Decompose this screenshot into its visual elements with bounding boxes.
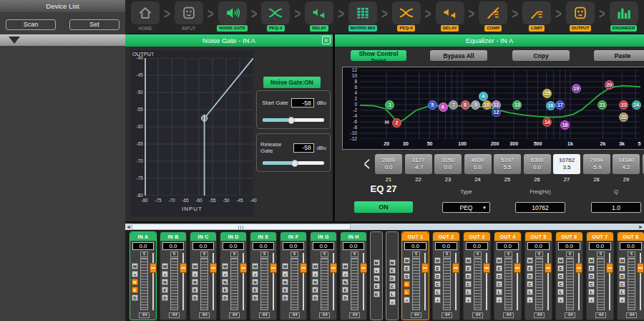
channel-tab[interactable]: IN F xyxy=(280,232,306,241)
channel-value[interactable]: 0.0 xyxy=(404,242,426,250)
noisegate-button[interactable]: N xyxy=(252,279,258,285)
delay-button[interactable]: D xyxy=(312,294,318,301)
start-gate-slider[interactable] xyxy=(263,118,324,122)
noisegate-button[interactable]: N xyxy=(132,279,138,285)
eq-button[interactable]: E xyxy=(342,287,348,293)
show-control-point-button[interactable]: Show Control Point xyxy=(351,50,406,61)
noisegate-button[interactable]: N xyxy=(222,279,228,285)
eq-button[interactable]: E xyxy=(404,265,410,272)
fader-track[interactable] xyxy=(273,253,274,310)
toolbar-item-peq-x[interactable]: PEQ-X xyxy=(259,1,292,32)
noisegate-button[interactable]: N xyxy=(192,279,198,285)
toolbar-item-delay[interactable]: DELAY xyxy=(434,1,467,32)
paste-button[interactable]: Paste xyxy=(594,50,644,61)
eq-band-28[interactable]: 7994-5.9 xyxy=(583,154,610,174)
channel-value[interactable]: 0.0 xyxy=(527,242,550,250)
toolbar-item-matrix-mix[interactable]: MATRIX MIX xyxy=(346,1,379,32)
link-button[interactable]: + xyxy=(374,267,380,274)
channel-tab[interactable]: OUT 3 xyxy=(464,232,490,241)
start-gate-slider-thumb[interactable] xyxy=(288,117,295,124)
eq-button[interactable]: E xyxy=(222,287,228,293)
comp-button[interactable]: C xyxy=(389,283,396,289)
channel-tab[interactable]: IN C xyxy=(190,232,216,241)
channel-value[interactable]: 0.0 xyxy=(343,242,364,250)
freq-field[interactable]: 10762 xyxy=(515,202,565,213)
delay-button[interactable]: D xyxy=(222,294,228,301)
fader-track[interactable] xyxy=(303,253,304,310)
fader-handle[interactable] xyxy=(300,263,307,273)
eq-button[interactable]: E xyxy=(192,287,198,293)
eq-button[interactable]: E xyxy=(252,287,258,293)
fader-track[interactable] xyxy=(640,253,641,310)
mute-button[interactable]: M xyxy=(342,263,348,269)
release-gate-slider-thumb[interactable] xyxy=(291,160,298,167)
eq-button[interactable]: E xyxy=(527,265,533,272)
channel-value[interactable]: 0.0 xyxy=(466,242,488,250)
eq-button[interactable]: E xyxy=(619,265,625,272)
noisegate-button[interactable]: N xyxy=(374,275,380,282)
channel-value[interactable]: 0.0 xyxy=(620,242,642,250)
fader-handle[interactable] xyxy=(575,263,582,273)
mute-button[interactable]: M xyxy=(374,259,380,266)
channel-value[interactable]: 0.0 xyxy=(313,242,334,250)
eq-point-8[interactable]: 8 xyxy=(461,100,470,110)
eq-point-2[interactable]: 2 xyxy=(392,118,401,128)
delay-button[interactable]: D xyxy=(434,273,441,279)
scrollbar-thumb[interactable] xyxy=(132,224,351,230)
fader-handle[interactable] xyxy=(360,263,367,273)
mute-button[interactable]: M xyxy=(434,257,441,264)
eq-band-23[interactable]: 31500.0 xyxy=(434,154,462,174)
toolbar-item-delay[interactable]: DELAY xyxy=(303,1,336,32)
link-button[interactable]: + xyxy=(619,297,625,303)
channel-value[interactable]: 0.0 xyxy=(162,242,184,250)
release-gate-value[interactable]: -58 xyxy=(293,143,313,153)
limit-button[interactable]: L xyxy=(389,291,396,297)
link-button[interactable]: + xyxy=(465,297,472,303)
fader-track[interactable] xyxy=(609,253,610,310)
noise-gate-on-button[interactable]: Noise Gate:ON xyxy=(263,77,321,88)
comp-button[interactable]: C xyxy=(434,281,441,287)
toolbar-item-peq-x[interactable]: PEQ-X xyxy=(390,1,423,32)
channel-tab[interactable]: IN D xyxy=(220,232,246,241)
delay-button[interactable]: D xyxy=(496,273,502,279)
channel-value[interactable]: 0.0 xyxy=(497,242,519,250)
limit-button[interactable]: L xyxy=(619,289,625,295)
link-button[interactable]: + xyxy=(434,297,441,303)
toolbar-item-output[interactable]: OUTPUT xyxy=(564,1,597,32)
limit-button[interactable]: L xyxy=(527,289,533,295)
mute-button[interactable]: M xyxy=(557,257,564,264)
mute-button[interactable]: M xyxy=(192,263,198,269)
eq-button[interactable]: E xyxy=(557,265,564,272)
release-gate-slider[interactable] xyxy=(263,161,324,165)
channel-tab[interactable]: IN H xyxy=(341,232,366,241)
delay-button[interactable]: D xyxy=(162,294,168,301)
eq-on-button[interactable]: ON xyxy=(354,201,413,213)
limit-button[interactable]: L xyxy=(434,289,441,295)
channel-tab[interactable]: OUT 8 xyxy=(618,232,644,241)
scroll-left-icon[interactable]: ◄ xyxy=(126,224,131,230)
mute-button[interactable]: M xyxy=(162,263,168,269)
fader-handle[interactable] xyxy=(180,263,187,273)
fader-track[interactable] xyxy=(455,253,457,310)
fader-handle[interactable] xyxy=(514,263,521,273)
eq-band-24[interactable]: 40000.0 xyxy=(464,154,492,174)
link-button[interactable]: + xyxy=(222,271,228,277)
fader-track[interactable] xyxy=(333,253,334,310)
fader-handle[interactable] xyxy=(270,263,277,273)
close-icon[interactable]: ✕ xyxy=(322,36,331,44)
bands-scroll-left-icon[interactable]: < xyxy=(364,153,374,175)
channel-value[interactable]: 0.0 xyxy=(192,242,214,250)
eq-band-21[interactable]: 20000.0 xyxy=(375,154,402,174)
eq-point-19[interactable]: 19 xyxy=(572,84,581,93)
delay-button[interactable]: D xyxy=(342,294,348,301)
link-button[interactable]: + xyxy=(162,271,168,277)
fader-track[interactable] xyxy=(213,253,214,310)
limit-button[interactable]: L xyxy=(588,289,595,295)
channel-tab[interactable]: IN E xyxy=(250,232,276,241)
delay-button[interactable]: D xyxy=(465,273,472,279)
fader-handle[interactable] xyxy=(452,263,459,273)
delay-button[interactable]: D xyxy=(282,294,288,301)
delay-button[interactable]: D xyxy=(389,275,396,282)
scan-button[interactable]: Scan xyxy=(6,19,56,30)
link-button[interactable]: + xyxy=(342,271,348,277)
